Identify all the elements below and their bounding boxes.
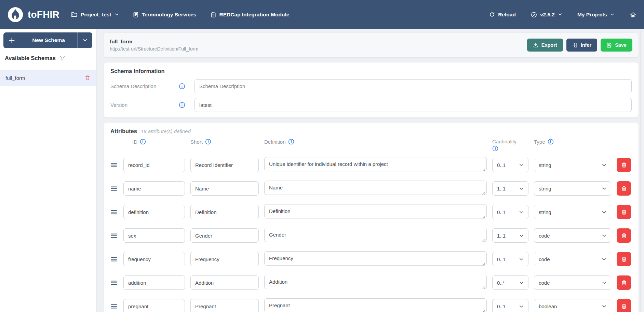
attribute-id-input[interactable] [123,228,185,243]
export-label: Export [541,42,557,48]
new-schema-label: New Schema [20,32,77,48]
schema-description-input[interactable] [194,79,632,93]
attribute-type-select[interactable]: code [534,228,611,243]
info-icon[interactable] [205,139,211,145]
info-icon[interactable] [288,139,294,145]
attribute-definition-textarea[interactable]: Definition [264,204,487,218]
new-schema-dropdown-toggle[interactable] [77,32,92,48]
nav-item-project[interactable]: Project: test [71,11,119,18]
chevron-down-icon [519,257,524,262]
save-button[interactable]: Save [601,39,632,52]
attribute-id-input[interactable] [123,158,185,172]
my-projects-menu[interactable]: My Projects [577,12,615,18]
schema-description-label: Schema Description [110,83,179,89]
nav-item-label: REDCap Integration Module [219,12,290,18]
folder-open-icon [71,11,78,18]
chevron-down-icon [519,210,524,215]
version-input[interactable] [194,98,632,112]
attribute-short-input[interactable] [190,275,259,290]
plus-icon [3,32,20,48]
attribute-definition-textarea[interactable]: Name [264,181,487,195]
attribute-type-select[interactable]: code [534,252,611,266]
schema-url: http://test-url/StructureDefinition/Full… [110,46,198,52]
attribute-definition-textarea[interactable]: Addition [264,275,487,289]
app-logo[interactable]: toFHIR [8,7,59,23]
drag-handle-icon[interactable] [110,279,118,287]
info-icon[interactable] [179,102,194,108]
attribute-definition-textarea[interactable]: Gender [264,228,487,242]
reload-button[interactable]: Reload [489,12,516,18]
chevron-down-icon [602,162,607,168]
info-icon[interactable] [140,139,146,145]
attribute-cardinality-select[interactable]: 0..* [492,275,528,290]
home-button[interactable] [630,11,636,18]
attribute-row: Addition 0..* code [110,275,632,290]
main-content: full_form http://test-url/StructureDefin… [96,29,644,312]
attribute-type-select[interactable]: string [534,158,611,172]
delete-attribute-button[interactable] [617,181,631,196]
delete-attribute-button[interactable] [617,275,631,290]
attribute-type-select[interactable]: string [534,205,611,219]
info-icon[interactable] [548,139,554,145]
funnel-icon[interactable] [59,55,65,61]
cardinality-value: 0..1 [497,303,506,309]
version-label: Version [110,102,179,108]
attribute-cardinality-select[interactable]: 0..1 [492,205,528,219]
attribute-cardinality-select[interactable]: 1..1 [492,228,528,243]
attribute-id-input[interactable] [123,275,185,290]
delete-attribute-button[interactable] [617,158,631,172]
cardinality-value: 0..1 [497,209,506,215]
trash-icon[interactable] [85,75,90,81]
attribute-id-input[interactable] [123,181,185,196]
attribute-short-input[interactable] [190,252,259,266]
delete-attribute-button[interactable] [617,228,631,243]
attribute-definition-textarea[interactable]: Pregnant [264,298,487,312]
vertical-scrollbar[interactable] [641,30,641,312]
infer-button[interactable]: Infer [566,39,597,52]
new-schema-button[interactable]: New Schema [3,32,92,48]
nav-item-terminology-services[interactable]: Terminology Services [133,12,197,18]
sidebar-item-full-form[interactable]: full_form [0,70,96,86]
attribute-type-select[interactable]: code [534,275,611,290]
attribute-type-select[interactable]: string [534,181,611,196]
nav-left: Project: test Terminology Services REDCa… [71,11,290,18]
nav-item-redcap-module[interactable]: REDCap Integration Module [210,12,290,18]
drag-handle-icon[interactable] [110,231,118,240]
drag-handle-icon[interactable] [110,302,118,311]
attribute-id-input[interactable] [123,205,185,219]
nav-item-label: Reload [498,12,516,18]
attribute-cardinality-select[interactable]: 0..1 [492,252,528,266]
column-header-id: ID [123,139,185,145]
attribute-short-input[interactable] [190,158,259,172]
attribute-short-input[interactable] [190,228,259,243]
attribute-cardinality-select[interactable]: 0..1 [492,299,528,312]
clipboard-icon [210,12,216,18]
cardinality-value: 1..1 [497,233,506,239]
attribute-row: Gender 1..1 code [110,228,632,243]
chevron-down-icon [610,12,615,17]
export-button[interactable]: Export [527,39,563,52]
cardinality-value: 0..1 [497,256,506,262]
infer-label: Infer [581,42,591,48]
delete-attribute-button[interactable] [617,205,631,219]
delete-attribute-button[interactable] [617,299,631,312]
info-icon[interactable] [492,145,498,152]
attribute-definition-textarea[interactable]: Unique identifier for individual record … [264,157,487,171]
attribute-cardinality-select[interactable]: 0..1 [492,158,528,172]
attribute-short-input[interactable] [190,299,259,312]
attribute-short-input[interactable] [190,181,259,196]
attribute-row: Unique identifier for individual record … [110,157,632,173]
attribute-id-input[interactable] [123,299,185,312]
drag-handle-icon[interactable] [110,208,118,216]
info-icon[interactable] [179,83,194,89]
attribute-short-input[interactable] [190,205,259,219]
version-menu[interactable]: v2.5.2 [531,12,562,18]
attribute-definition-textarea[interactable]: Frequency [264,251,487,266]
attribute-id-input[interactable] [123,252,185,266]
drag-handle-icon[interactable] [110,161,118,169]
delete-attribute-button[interactable] [617,252,631,266]
drag-handle-icon[interactable] [110,184,118,193]
attribute-cardinality-select[interactable]: 1..1 [492,181,528,196]
drag-handle-icon[interactable] [110,255,118,264]
attribute-type-select[interactable]: boolean [534,299,611,312]
